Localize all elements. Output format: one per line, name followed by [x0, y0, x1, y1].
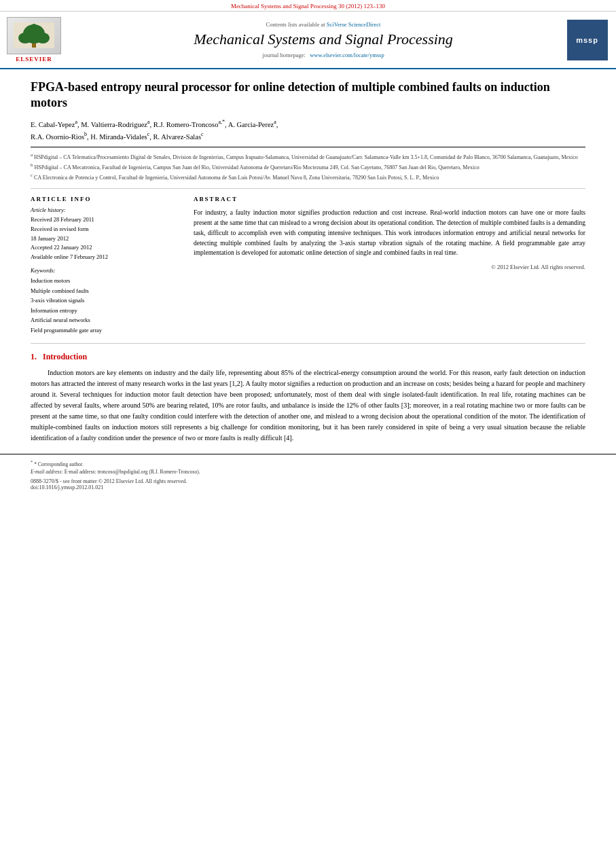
- sciverse-prefix: Contents lists available at: [266, 21, 327, 28]
- journal-ref-text: Mechanical Systems and Signal Processing…: [231, 3, 385, 10]
- keyword-3: 3-axis vibration signals: [31, 296, 180, 305]
- abstract-column: ABSTRACT For industry, a faulty inductio…: [194, 196, 585, 335]
- abstract-text: For industry, a faulty induction motor s…: [194, 208, 585, 258]
- elsevier-label: ELSEVIER: [16, 56, 52, 62]
- article-info-abstract-section: ARTICLE INFO Article history: Received 2…: [31, 188, 585, 335]
- introduction-paragraph: Induction motors are key elements on ind…: [31, 368, 585, 444]
- svg-point-5: [32, 24, 36, 28]
- homepage-link[interactable]: www.elsevier.com/locate/ymssp: [310, 52, 384, 58]
- mssp-logo-text: mssp: [576, 36, 598, 44]
- sciverse-link[interactable]: SciVerse ScienceDirect: [327, 21, 381, 28]
- footer-note: * * Corresponding author. E-mail address…: [31, 459, 585, 476]
- keyword-6: Field programmable gate array: [31, 325, 180, 335]
- mssp-logo: mssp: [567, 20, 608, 60]
- history-accepted: Accepted 22 January 2012: [31, 243, 180, 253]
- history-label: Article history:: [31, 207, 180, 213]
- article-info-heading: ARTICLE INFO: [31, 196, 180, 202]
- paper-title: FPGA-based entropy neural processor for …: [31, 79, 585, 111]
- history-items: Received 28 February 2011 Received in re…: [31, 215, 180, 262]
- elsevier-logo-area: ELSEVIER: [7, 17, 81, 62]
- author-cabal: E. Cabal-Yepez: [31, 120, 75, 128]
- keyword-1: Induction motors: [31, 276, 180, 285]
- author-osornio: R.A. Osornio-Rios: [31, 133, 84, 141]
- author-valtierra: M. Valtierra-Rodriguez: [81, 120, 147, 128]
- journal-ref-bar: Mechanical Systems and Signal Processing…: [0, 0, 616, 12]
- section-divider: [31, 343, 585, 344]
- corresponding-note: * Corresponding author.: [34, 461, 84, 467]
- history-revised-label: Received in revised form: [31, 225, 180, 234]
- author-garcia: A. Garcia-Perez: [228, 120, 274, 128]
- history-received: Received 28 February 2011: [31, 215, 180, 225]
- article-info-column: ARTICLE INFO Article history: Received 2…: [31, 196, 180, 335]
- journal-title: Mechanical Systems and Signal Processing: [194, 31, 453, 48]
- abstract-copyright: © 2012 Elsevier Ltd. All rights reserved…: [194, 264, 585, 270]
- journal-title-area: Contents lists available at SciVerse Sci…: [88, 17, 558, 62]
- introduction-heading: 1. Introduction: [31, 352, 585, 362]
- author-miranda: H. Miranda-Vidales: [90, 133, 147, 141]
- author-alvarez: R. Alvarez-Salas: [153, 133, 201, 141]
- intro-number: 1.: [31, 352, 37, 361]
- homepage-label: journal homepage:: [262, 52, 306, 58]
- keyword-2: Multiple combined faults: [31, 286, 180, 296]
- keyword-4: Information entropy: [31, 306, 180, 315]
- author-romero: R.J. Romero-Troncoso: [153, 120, 219, 128]
- svg-point-3: [18, 33, 32, 43]
- mssp-logo-area: mssp: [565, 17, 609, 62]
- intro-title: Introduction: [43, 352, 87, 361]
- footer-bottom: 0888-3270/$ - see front matter © 2012 El…: [31, 478, 585, 490]
- history-online: Available online 7 February 2012: [31, 253, 180, 262]
- elsevier-logo-image: [7, 17, 61, 54]
- issn-line: 0888-3270/$ - see front matter © 2012 El…: [31, 478, 187, 484]
- keywords-list: Induction motors Multiple combined fault…: [31, 276, 180, 335]
- elsevier-tree-svg: [10, 19, 58, 53]
- sciverse-line: Contents lists available at SciVerse Sci…: [266, 21, 381, 28]
- email-note: E-mail address: E-mail address: troncoso…: [31, 469, 200, 475]
- keywords-label: Keywords:: [31, 267, 180, 274]
- affiliation-c: c CA Electronica de Potencia y Control, …: [31, 172, 585, 182]
- journal-homepage: journal homepage: www.elsevier.com/locat…: [262, 52, 384, 58]
- elsevier-logo: ELSEVIER: [7, 17, 61, 62]
- page-footer: * * Corresponding author. E-mail address…: [0, 454, 616, 495]
- keyword-5: Artificial neural networks: [31, 315, 180, 325]
- doi-line: doi:10.1016/j.ymssp.2012.01.021: [31, 484, 103, 490]
- affiliations: a HSPdigital – CA Telematica/Procesamien…: [31, 147, 585, 181]
- journal-header: ELSEVIER Contents lists available at Sci…: [0, 12, 616, 69]
- history-revised-date: 18 January 2012: [31, 234, 180, 244]
- affiliation-b: b HSPdigital – CA Mecatronica, Facultad …: [31, 162, 585, 172]
- svg-point-4: [36, 33, 50, 43]
- authors-line: E. Cabal-Yepeza, M. Valtierra-Rodrigueza…: [31, 118, 585, 143]
- affiliation-a: a HSPdigital – CA Telematica/Procesamien…: [31, 151, 585, 162]
- abstract-heading: ABSTRACT: [194, 196, 585, 202]
- main-content: FPGA-based entropy neural processor for …: [0, 69, 616, 454]
